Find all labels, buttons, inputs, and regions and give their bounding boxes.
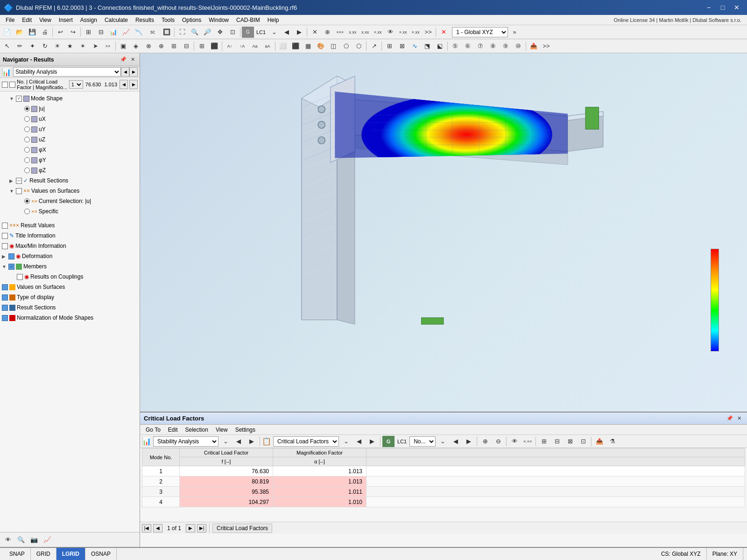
tree-current-selection[interactable]: ×× Current Selection: |u| <box>0 196 140 206</box>
tb-more[interactable]: ×.xx <box>397 27 409 38</box>
clf-eye1[interactable]: 👁 <box>508 436 521 447</box>
tb-pan[interactable]: ✥ <box>214 27 226 38</box>
radio-ux[interactable] <box>24 116 30 122</box>
tb-cursor[interactable]: ⛶ <box>176 27 188 38</box>
tb-zoom2[interactable]: 🔎 <box>201 27 213 38</box>
tree-values-surfaces[interactable]: ▼ ×× Values on Surfaces <box>0 186 140 196</box>
mode-number-select[interactable]: 1 <box>69 80 83 89</box>
menu-file[interactable]: File <box>2 16 18 24</box>
tb2-node[interactable]: ✦ <box>26 41 38 52</box>
radio-phix[interactable] <box>24 147 30 153</box>
radio-uy[interactable] <box>24 126 30 132</box>
tree-phiy[interactable]: φY <box>0 155 140 165</box>
tb2-star2[interactable]: ✴ <box>77 41 89 52</box>
checkbox-deformation[interactable] <box>8 253 14 259</box>
tb2-sel6[interactable]: ⊟ <box>180 41 192 52</box>
mode-checkbox2[interactable] <box>9 82 15 88</box>
tree-phix[interactable]: φX <box>0 145 140 155</box>
tb-undo[interactable]: ↩ <box>54 27 66 38</box>
tb-view-x3[interactable]: ×.xx <box>372 27 384 38</box>
stab-nav-prev[interactable]: ◀ <box>121 67 129 77</box>
clf-result-prev[interactable]: ◀ <box>353 436 365 447</box>
tb2-dim3[interactable]: ⬡ <box>352 41 365 52</box>
table-row[interactable]: 1 76.630 1.013 <box>142 466 745 476</box>
radio-phiy[interactable] <box>24 157 30 163</box>
tb2-cursor[interactable]: ↖ <box>1 41 13 52</box>
tree-phiz[interactable]: φZ <box>0 165 140 175</box>
tb-redo[interactable]: ↪ <box>67 27 79 38</box>
tb2-num3[interactable]: ⑦ <box>474 41 486 52</box>
tb2-sel4[interactable]: ⊕ <box>155 41 167 52</box>
clf-menu-settings[interactable]: Settings <box>232 426 259 434</box>
cs-dropdown[interactable]: 1 - Global XYZ <box>452 27 508 37</box>
menu-view[interactable]: View <box>35 16 55 24</box>
tb2-num1[interactable]: ⑤ <box>449 41 461 52</box>
tb2-view1[interactable]: ⊞ <box>196 41 208 52</box>
tb2-v4[interactable]: ⬔ <box>421 41 433 52</box>
tree-uz[interactable]: uZ <box>0 134 140 145</box>
tb2-more[interactable]: >> <box>540 41 552 52</box>
tb2-rotate[interactable]: ↻ <box>39 41 51 52</box>
clf-table-scroll[interactable]: Mode No. Critical Load Factor Magnificat… <box>140 448 747 507</box>
nav-btn-graph[interactable]: 📈 <box>41 534 53 546</box>
status-osnap[interactable]: OSNAP <box>85 548 117 560</box>
clf-sel2[interactable]: ⊖ <box>492 436 504 447</box>
menu-assign[interactable]: Assign <box>77 16 101 24</box>
mode-checkbox[interactable] <box>2 82 8 88</box>
tb2-color[interactable]: 🎨 <box>315 41 327 52</box>
tb-view-x2[interactable]: x.xx <box>359 27 371 38</box>
tb-open[interactable]: 📂 <box>14 27 26 38</box>
tb2-num2[interactable]: ⑥ <box>462 41 474 52</box>
menu-window[interactable]: Window <box>205 16 233 24</box>
tree-values-surfaces2[interactable]: Values on Surfaces <box>0 282 140 292</box>
clf-filter[interactable]: ⚗ <box>606 436 619 447</box>
tb-view3[interactable]: 📉 <box>133 27 145 38</box>
tb-mode1[interactable]: ⊕ <box>321 27 333 38</box>
tb2-sun[interactable]: ☀ <box>51 41 63 52</box>
tb-more2[interactable]: ×.xx <box>409 27 422 38</box>
nav-btn-cam[interactable]: 📷 <box>28 534 40 546</box>
tb-cs-more[interactable]: » <box>508 27 521 38</box>
tb-sc[interactable]: sc <box>145 27 160 38</box>
tb-red-x[interactable]: ✕ <box>437 27 450 38</box>
tree-maxmin-info[interactable]: ◉ Max/Min Information <box>0 241 140 251</box>
tb2-arrow[interactable]: ➤ <box>89 41 101 52</box>
tb-view1[interactable]: 📊 <box>107 27 120 38</box>
tb2-cube2[interactable]: ⬛ <box>289 41 302 52</box>
tb2-a2[interactable]: ↑A <box>236 41 248 52</box>
tree-results-couplings[interactable]: ◉ Results on Couplings <box>0 272 140 282</box>
checkbox-normalization[interactable] <box>2 315 8 321</box>
tb2-arrow2[interactable]: ↗ <box>368 41 380 52</box>
tb-xxx[interactable]: ××× <box>334 27 346 38</box>
tb2-pen[interactable]: ✏ <box>14 41 26 52</box>
tree-normalization[interactable]: Normalization of Mode Shapes <box>0 313 140 323</box>
nav-close-btn[interactable]: ✕ <box>128 56 137 64</box>
checkbox-members[interactable] <box>8 264 14 270</box>
checkbox-result-values[interactable] <box>2 223 8 229</box>
tb-print[interactable]: 🖨 <box>39 27 51 38</box>
checkbox-mode-shape[interactable] <box>16 96 22 102</box>
clf-tb-dropdown[interactable]: ⌄ <box>219 436 232 447</box>
tb2-num4[interactable]: ⑧ <box>487 41 499 52</box>
tb2-dim1[interactable]: ◫ <box>327 41 339 52</box>
tb-save[interactable]: 💾 <box>26 27 38 38</box>
clf-close-btn[interactable]: ✕ <box>735 414 743 423</box>
tb-view2[interactable]: 📈 <box>120 27 132 38</box>
page-next[interactable]: ▶ <box>186 524 195 532</box>
tree-result-sections[interactable]: ▶ ✓ Result Sections <box>0 175 140 186</box>
tb-del[interactable]: ✕ <box>309 27 321 38</box>
maximize-button[interactable]: □ <box>716 2 729 13</box>
status-grid[interactable]: GRID <box>31 548 56 560</box>
stability-analysis-select[interactable]: Stability Analysis <box>13 67 121 77</box>
clf-stability-select[interactable]: Stability Analysis <box>153 436 218 447</box>
tree-mode-shape[interactable]: ▼ Mode Shape <box>0 93 140 104</box>
status-lgrid[interactable]: LGRID <box>56 548 85 560</box>
tb2-star[interactable]: ★ <box>64 41 76 52</box>
tb2-cube1[interactable]: ⬜ <box>277 41 289 52</box>
checkbox-result-sections2[interactable] <box>2 305 8 311</box>
tree-members[interactable]: ▼ Members <box>0 261 140 272</box>
tree-deformation[interactable]: ▶ ◉ Deformation <box>0 251 140 261</box>
menu-calculate[interactable]: Calculate <box>101 16 132 24</box>
tb2-view2[interactable]: ⬛ <box>208 41 220 52</box>
page-prev[interactable]: ◀ <box>153 524 162 532</box>
